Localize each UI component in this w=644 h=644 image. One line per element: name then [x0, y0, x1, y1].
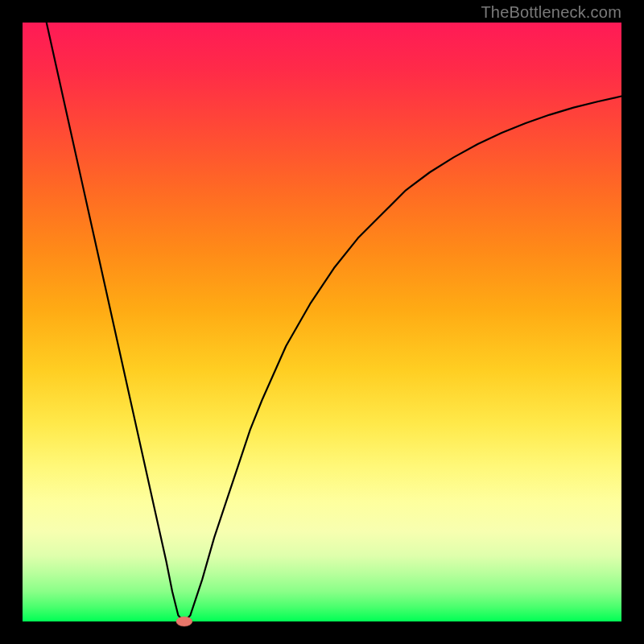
- plot-area: [23, 23, 621, 621]
- minimum-marker: [176, 617, 192, 626]
- bottleneck-curve: [47, 23, 621, 621]
- bottleneck-curve-svg: [23, 23, 621, 621]
- chart-frame: TheBottleneck.com: [0, 0, 644, 644]
- attribution-text: TheBottleneck.com: [481, 3, 621, 22]
